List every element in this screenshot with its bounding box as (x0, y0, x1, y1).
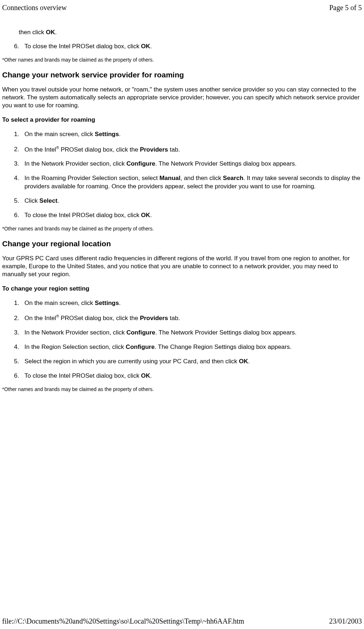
region-step-6: To close the Intel PROSet dialog box, cl… (21, 372, 362, 380)
region-step-4: In the Region Selection section, click C… (21, 343, 362, 351)
heading-region: Change your regional location (2, 239, 362, 248)
page-footer: file://C:\Documents%20and%20Settings\so\… (0, 617, 364, 625)
steps-region: On the main screen, click Settings. On t… (2, 299, 362, 380)
roaming-step-2: On the Intel® PROSet dialog box, click t… (21, 145, 362, 154)
page-header: Connections overview Page 5 of 5 (0, 4, 364, 12)
registered-mark: ® (56, 314, 59, 318)
roaming-step-6: To close the Intel PROSet dialog box, cl… (21, 211, 362, 219)
steps-roaming: On the main screen, click Settings. On t… (2, 130, 362, 219)
footer-date: 23/01/2003 (329, 617, 362, 625)
footer-path: file://C:\Documents%20and%20Settings\so\… (2, 617, 244, 625)
roaming-step-3: In the Network Provider section, click C… (21, 160, 362, 168)
header-title: Connections overview (2, 4, 67, 12)
para-region: Your GPRS PC Card uses different radio f… (2, 255, 362, 278)
subhead-region: To change your region setting (2, 285, 362, 293)
region-step-3: In the Network Provider section, click C… (21, 329, 362, 337)
prev-step-fragment: then click OK. (19, 29, 362, 36)
roaming-step-5: Click Select. (21, 197, 362, 205)
footnote-3: *Other names and brands may be claimed a… (2, 386, 362, 392)
prev-steps-continued: To close the Intel PROSet dialog box, cl… (2, 42, 362, 50)
roaming-step-4: In the Roaming Provider Selection sectio… (21, 174, 362, 190)
heading-roaming: Change your network service provider for… (2, 71, 362, 79)
header-page-number: Page 5 of 5 (329, 4, 362, 12)
roaming-step-1: On the main screen, click Settings. (21, 130, 362, 138)
footnote-2: *Other names and brands may be claimed a… (2, 226, 362, 232)
region-step-5: Select the region in which you are curre… (21, 358, 362, 365)
region-step-1: On the main screen, click Settings. (21, 299, 362, 307)
content-area: then click OK. To close the Intel PROSet… (2, 29, 362, 400)
prev-step-6: To close the Intel PROSet dialog box, cl… (21, 42, 362, 50)
region-step-2: On the Intel® PROSet dialog box, click t… (21, 314, 362, 322)
registered-mark: ® (56, 145, 59, 150)
footnote-1: *Other names and brands may be claimed a… (2, 57, 362, 63)
para-roaming: When you travel outside your home networ… (2, 86, 362, 109)
subhead-roaming: To select a provider for roaming (2, 116, 362, 124)
